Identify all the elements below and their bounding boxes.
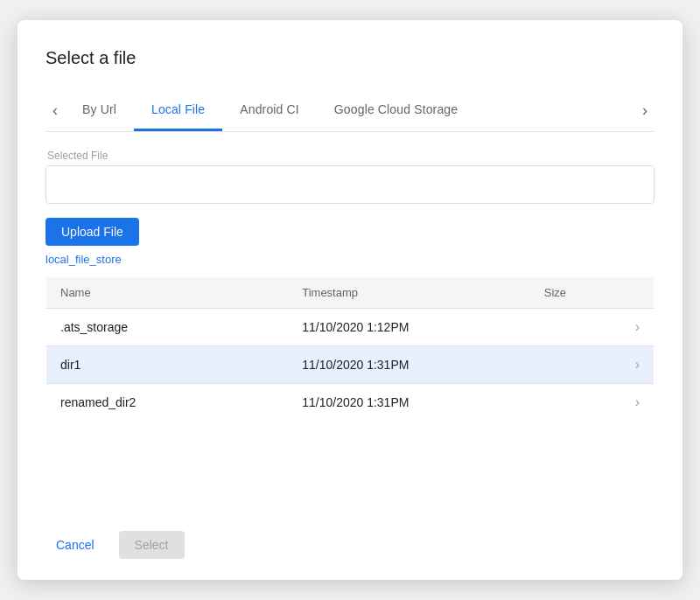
column-header-size: Size xyxy=(530,277,621,309)
chevron-right-icon: › xyxy=(635,394,640,409)
file-table: Name Timestamp Size .ats_storage 11/10/2… xyxy=(46,276,654,422)
file-name: renamed_dir2 xyxy=(46,384,289,422)
row-chevron: › xyxy=(621,309,654,346)
file-timestamp: 11/10/2020 1:31PM xyxy=(288,346,530,384)
table-row[interactable]: dir1 11/10/2020 1:31PM › xyxy=(46,346,654,384)
arrow-left-icon: ‹ xyxy=(52,102,58,118)
dialog-title: Select a file xyxy=(46,48,654,68)
file-timestamp: 11/10/2020 1:31PM xyxy=(288,384,530,422)
selected-file-input[interactable] xyxy=(46,165,654,204)
arrow-right-icon: › xyxy=(642,102,648,118)
footer: Cancel Select xyxy=(46,513,654,559)
column-header-name: Name xyxy=(46,277,289,309)
upload-file-button[interactable]: Upload File xyxy=(46,218,139,246)
tabs: By Url Local File Android CI Google Clou… xyxy=(65,89,635,131)
file-timestamp: 11/10/2020 1:12PM xyxy=(288,309,530,346)
tab-android-ci[interactable]: Android CI xyxy=(222,89,317,131)
selected-file-label: Selected File xyxy=(47,150,654,162)
tabs-container: ‹ By Url Local File Android CI Google Cl… xyxy=(46,89,654,132)
file-size xyxy=(530,346,621,384)
table-row[interactable]: .ats_storage 11/10/2020 1:12PM › xyxy=(46,309,654,346)
select-button[interactable]: Select xyxy=(119,531,185,559)
chevron-right-icon: › xyxy=(635,319,640,334)
content-area: Selected File Upload File local_file_sto… xyxy=(46,132,654,513)
tab-local-file[interactable]: Local File xyxy=(134,89,222,131)
file-size xyxy=(530,384,621,422)
column-header-timestamp: Timestamp xyxy=(288,277,530,309)
file-name: .ats_storage xyxy=(46,309,289,346)
row-chevron: › xyxy=(621,384,654,422)
file-size xyxy=(530,309,621,346)
select-file-dialog: Select a file ‹ By Url Local File Androi… xyxy=(18,20,682,580)
tab-scroll-left[interactable]: ‹ xyxy=(46,89,65,131)
tab-by-url[interactable]: By Url xyxy=(65,89,134,131)
chevron-right-icon: › xyxy=(635,357,640,372)
table-header-row: Name Timestamp Size xyxy=(46,277,654,309)
row-chevron: › xyxy=(621,346,654,384)
column-header-arrow xyxy=(621,277,654,309)
folder-link[interactable]: local_file_store xyxy=(46,253,654,266)
cancel-button[interactable]: Cancel xyxy=(46,531,105,559)
tab-google-cloud-storage[interactable]: Google Cloud Storage xyxy=(317,89,475,131)
table-row[interactable]: renamed_dir2 11/10/2020 1:31PM › xyxy=(46,384,654,422)
file-name: dir1 xyxy=(46,346,289,384)
tab-scroll-right[interactable]: › xyxy=(635,89,654,131)
